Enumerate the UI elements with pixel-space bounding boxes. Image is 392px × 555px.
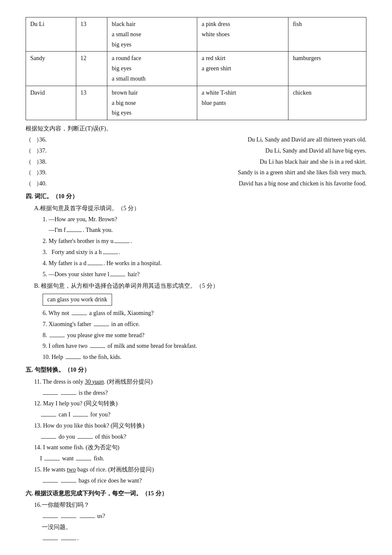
blank-15a[interactable] <box>43 482 58 483</box>
table-row-david: David 13 brown haira big nosebig eyes a … <box>26 86 366 120</box>
tf-text-37: 37. <box>39 146 264 156</box>
tf-paren-38: （ ） <box>26 157 39 167</box>
partB-title: B. 根据句意，从方框中选择合适的单词并用其适当形式填空。（5 分） <box>34 281 366 291</box>
blank-7[interactable] <box>94 326 109 326</box>
section6-title: 六. 根据汉语意思完成下列句子，每空一词。（15 分） <box>26 489 366 499</box>
partA-item2: 2. My father's brother is my u. <box>43 236 366 246</box>
cell-food-sandy: hamburgers <box>288 52 366 86</box>
s6-item16-num: 16.一你能帮我们吗？ <box>34 500 366 510</box>
partB-wordbox-container: can glass you work drink <box>43 292 366 307</box>
section5-items: 11. The dress is only 30 yuan. (对画线部分提问)… <box>34 377 366 486</box>
cell-name-duli: Du Li <box>26 17 76 52</box>
table-row-sandy: Sandy 12 a round facebig eyesa small mou… <box>26 52 366 86</box>
partA-item1: 1. —How are you, Mr. Brown? <box>43 214 366 225</box>
s5-item11-orig: 11. The dress is only 30 yuan. (对画线部分提问) <box>34 377 366 387</box>
tf-section: 根据短文内容，判断正(T)误(F)。 （ ） 36. Du Li, Sandy … <box>26 124 366 189</box>
blank-1[interactable] <box>66 231 82 232</box>
data-table: Du Li 13 black haira small nosebig eyes … <box>26 17 366 120</box>
partA-item3: 3. Forty and sixty is a h. <box>43 247 366 257</box>
s5-item11-blank: is the dress? <box>34 388 366 398</box>
blank-4[interactable] <box>87 265 103 265</box>
blank-13b[interactable] <box>78 438 93 439</box>
tf-intro: 根据短文内容，判断正(T)误(F)。 <box>26 124 366 134</box>
blank-11a[interactable] <box>43 394 58 395</box>
blank-8[interactable] <box>49 337 65 337</box>
tf-sentence-37: Du Li, Sandy and David all have big eyes… <box>264 146 366 156</box>
partA-item1-line2: —I'm f. Thank you. <box>43 225 366 235</box>
blank-6[interactable] <box>72 315 87 315</box>
page-content: Du Li 13 black haira small nosebig eyes … <box>26 17 366 543</box>
blank-16a[interactable] <box>43 517 58 518</box>
cell-clothing-duli: a pink dresswhite shoes <box>197 17 288 52</box>
table-row-duli: Du Li 13 black haira small nosebig eyes … <box>26 17 366 52</box>
cell-age-david: 13 <box>76 86 107 120</box>
s6-item16-answer: 一没问题。 <box>34 522 366 532</box>
cell-appearance-david: brown haira big nosebig eyes <box>107 86 197 120</box>
partB-item9: 9. I often have two of milk and some bre… <box>43 341 366 351</box>
cell-age-sandy: 12 <box>76 52 107 86</box>
blank-15b[interactable] <box>61 482 76 483</box>
cell-appearance-duli: black haira small nosebig eyes <box>107 17 197 52</box>
s5-item15-blank: bags of rice does he want? <box>34 476 366 486</box>
tf-paren-36: （ ） <box>26 135 39 145</box>
partA-items: 1. —How are you, Mr. Brown? —I'm f. Than… <box>43 214 366 280</box>
tf-sentence-39: Sandy is in a green shirt and she likes … <box>236 168 366 178</box>
blank-16c[interactable] <box>80 517 95 518</box>
blank-13a[interactable] <box>41 438 56 439</box>
cell-age-duli: 13 <box>76 17 107 52</box>
tf-paren-39: （ ） <box>26 168 39 178</box>
blank-2[interactable] <box>114 243 130 243</box>
partA-item5: 5. —Does your sister have l hair? <box>43 269 366 280</box>
blank-12b[interactable] <box>73 416 88 416</box>
blank-16d[interactable] <box>43 540 58 540</box>
cell-clothing-david: a white T-shirtblue pants <box>197 86 288 120</box>
partB-item8: 8. you please give me some bread? <box>43 330 366 341</box>
tf-item-36: （ ） 36. Du Li, Sandy and David are all t… <box>26 135 366 145</box>
partA-item4: 4. My father is a d. He works in a hospi… <box>43 258 366 269</box>
tf-item-38: （ ） 38. Du Li has black hair and she is … <box>26 157 366 167</box>
s5-item14-orig: 14. I want some fish. (改为否定句) <box>34 442 366 453</box>
blank-5[interactable] <box>110 276 125 276</box>
blank-9[interactable] <box>90 347 105 348</box>
section4-partB: B. 根据句意，从方框中选择合适的单词并用其适当形式填空。（5 分） can g… <box>34 281 366 362</box>
tf-sentence-38: Du Li has black hair and she is in a red… <box>258 157 366 167</box>
tf-paren-37: （ ） <box>26 146 39 156</box>
blank-16e[interactable] <box>61 540 76 540</box>
tf-text-39: 39. <box>39 168 236 178</box>
blank-11b[interactable] <box>61 394 76 395</box>
cell-clothing-sandy: a red skirta green shirt <box>197 52 288 86</box>
cell-appearance-sandy: a round facebig eyesa small mouth <box>107 52 197 86</box>
section6-items: 16.一你能帮我们吗？ us? 一没问题。 . <box>34 500 366 543</box>
s6-item16-answer-blank: . <box>34 533 366 543</box>
cell-name-david: David <box>26 86 76 120</box>
cell-name-sandy: Sandy <box>26 52 76 86</box>
section4: 四. 词汇。（10 分） A.根据句意及首字母提示填词。（5 分） 1. —Ho… <box>26 191 366 362</box>
section6: 六. 根据汉语意思完成下列句子，每空一词。（15 分） 16.一你能帮我们吗？ … <box>26 489 366 543</box>
s5-item12-blank: can I for you? <box>34 410 366 420</box>
underline-two: two <box>67 466 76 473</box>
word-box: can glass you work drink <box>43 294 112 306</box>
blank-14b[interactable] <box>76 460 91 460</box>
cell-food-duli: fish <box>288 17 366 52</box>
s6-item16-blank: us? <box>34 511 366 521</box>
tf-text-40: 40. <box>39 179 237 189</box>
blank-16b[interactable] <box>61 517 76 518</box>
partB-item10: 10. Help to the fish, kids. <box>43 352 366 362</box>
tf-text-36: 36. <box>39 135 246 145</box>
blank-14a[interactable] <box>44 460 60 460</box>
cell-food-david: chicken <box>288 86 366 120</box>
tf-paren-40: （ ） <box>26 179 39 189</box>
partB-item7: 7. Xiaoming's father in an office. <box>43 319 366 330</box>
s5-item13-blank: do you of this book? <box>34 432 366 442</box>
partB-items: 6. Why not a glass of milk, Xiaoming? 7.… <box>43 308 366 362</box>
section5: 五. 句型转换。（10 分） 11. The dress is only 30 … <box>26 365 366 486</box>
s5-item13-orig: 13. How do you like this book? (同义句转换) <box>34 421 366 431</box>
underline-30yuan: 30 yuan <box>85 379 104 385</box>
s5-item15-orig: 15. He wants two bags of rice. (对画线部分提问) <box>34 465 366 475</box>
blank-3[interactable] <box>103 254 118 254</box>
blank-10[interactable] <box>66 358 81 359</box>
blank-12a[interactable] <box>41 416 56 416</box>
partA-title: A.根据句意及首字母提示填词。（5 分） <box>34 203 366 214</box>
s5-item12-orig: 12. May I help you? (同义句转换) <box>34 399 366 409</box>
section4-title: 四. 词汇。（10 分） <box>26 191 366 202</box>
